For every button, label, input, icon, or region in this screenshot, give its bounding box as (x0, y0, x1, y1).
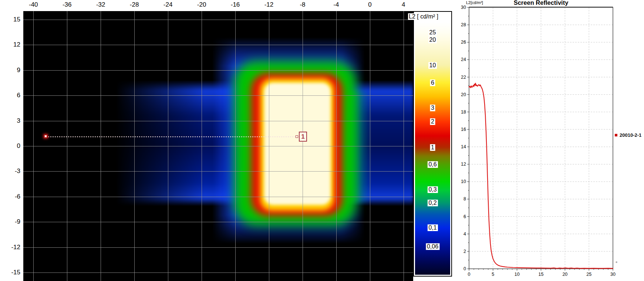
heatmap-x-tick-label: -36 (63, 1, 72, 9)
colorbar-gradient: 25201063210,60,30,20,10,06 (415, 22, 450, 275)
probe-start-marker[interactable] (44, 135, 47, 138)
legend: 20010-2-1 (615, 132, 641, 138)
heatmap-x-tick-label: -40 (29, 1, 38, 9)
svg-text:2: 2 (463, 249, 466, 254)
svg-text:20: 20 (461, 92, 466, 97)
svg-text:4: 4 (463, 231, 466, 237)
measurement-probe-line[interactable] (46, 136, 297, 137)
heatmap-gridline (23, 222, 413, 222)
colorbar-scale-value: 2 (430, 118, 435, 125)
heatmap-y-tick-label: 3 (0, 117, 20, 125)
heatmap-x-tick-label: -32 (96, 1, 105, 9)
colorbar-scale-value: 0,1 (427, 224, 438, 231)
colorbar-scale-value: 0,6 (427, 161, 438, 168)
heatmap-x-tick-label: -20 (197, 1, 206, 9)
heatmap-y-tick-label: -9 (0, 218, 20, 226)
heatmap-gridline (23, 247, 413, 248)
heatmap-y-tick-label: 0 (0, 142, 20, 150)
svg-text:20: 20 (562, 272, 567, 277)
heatmap-x-tick-label: -4 (333, 1, 339, 9)
legend-series-label: 20010-2-1 (620, 132, 641, 138)
svg-text:6: 6 (463, 214, 466, 219)
svg-text:10: 10 (461, 179, 466, 184)
heatmap-y-tick-label: -15 (0, 269, 20, 276)
colorbar-scale-value: 0,3 (427, 186, 438, 193)
colorbar-title: L2 [ cd/m² ] (408, 13, 439, 20)
svg-text:14: 14 (461, 144, 466, 149)
heatmap-x-tick-label: 4 (402, 1, 405, 9)
svg-text:28: 28 (461, 22, 466, 27)
heatmap-gridline (23, 272, 413, 273)
colorbar-scale-value: 3 (430, 105, 435, 111)
legend-series-marker (615, 134, 617, 136)
heatmap-gridline (23, 45, 413, 45)
svg-text:15: 15 (539, 272, 544, 277)
svg-text:0: 0 (463, 266, 466, 271)
colorbar-scale-value: 25 (428, 29, 437, 36)
heatmap-x-tick-label: -8 (300, 1, 305, 9)
svg-text:5: 5 (492, 272, 494, 277)
svg-text:30: 30 (461, 5, 466, 10)
colorbar-panel: L2 [ cd/m² ] 25201063210,60,30,20,10,06 (413, 11, 452, 277)
luminance-measurement-window: -40-36-32-28-24-20-16-12-8-404 15129630-… (0, 0, 644, 281)
reflectivity-plot: 002456810101214151618202022242526283030 (454, 0, 644, 281)
svg-text:16: 16 (461, 127, 466, 132)
heatmap-x-tick-label: -28 (130, 1, 139, 9)
svg-text:30: 30 (610, 272, 616, 277)
svg-text:24: 24 (461, 57, 466, 62)
heatmap-x-tick-label: 0 (368, 1, 371, 9)
heatmap-gridline (23, 70, 413, 71)
heatmap-bright-core (264, 83, 331, 205)
heatmap-gridline (23, 146, 413, 146)
heatmap-x-tick-label: -16 (231, 1, 240, 9)
luminance-heatmap[interactable]: 1 (23, 11, 413, 281)
heatmap-x-tick-label: -12 (264, 1, 274, 9)
heatmap-y-tick-label: -3 (0, 167, 20, 175)
svg-text:0: 0 (468, 272, 471, 277)
heatmap-y-tick-label: -6 (0, 193, 20, 200)
colorbar-scale-value: 20 (428, 37, 437, 43)
heatmap-y-tick-label: -12 (0, 244, 20, 251)
heatmap-gridline (23, 171, 413, 172)
heatmap-gridline (23, 121, 413, 121)
probe-end-marker[interactable] (296, 135, 298, 138)
heatmap-y-tick-label: 6 (0, 92, 20, 99)
heatmap-gridline (23, 20, 413, 20)
colorbar-scale-value: 6 (430, 79, 435, 86)
colorbar-scale-value: 10 (428, 62, 437, 69)
svg-text:25: 25 (586, 272, 591, 277)
reflectivity-chart-panel: Screen Reflectivity L2[cd/m²] 0024568101… (454, 0, 644, 281)
heatmap-x-tick-label: -24 (163, 1, 173, 9)
svg-text:22: 22 (461, 75, 466, 80)
svg-text:12: 12 (461, 162, 466, 167)
colorbar-scale-value: 0,2 (427, 200, 438, 206)
svg-text:8: 8 (463, 196, 466, 202)
colorbar-scale-value: 0,06 (426, 243, 439, 250)
heatmap-y-tick-label: 15 (0, 16, 20, 23)
svg-text:18: 18 (461, 109, 466, 115)
heatmap-gridline (23, 95, 413, 96)
svg-text:26: 26 (461, 40, 466, 45)
svg-text:10: 10 (515, 272, 520, 277)
heatmap-gridline (23, 197, 413, 197)
colorbar-scale-value: 1 (430, 144, 435, 151)
x-axis-degree-unit: ° (616, 260, 617, 266)
heatmap-y-tick-label: 9 (0, 67, 20, 74)
probe-marker-1[interactable]: 1 (299, 132, 307, 142)
heatmap-y-tick-label: 12 (0, 41, 20, 48)
